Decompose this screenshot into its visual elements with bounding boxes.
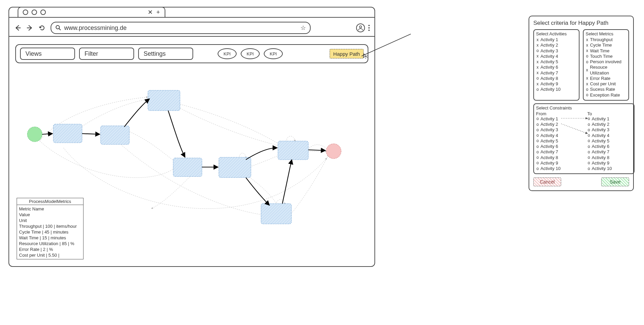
activity-node[interactable] xyxy=(278,141,309,160)
to-item[interactable]: oActivity 1 xyxy=(587,116,632,122)
constraints-to-column: To oActivity 1oActivtiy 2oActivity 3oAct… xyxy=(587,111,632,172)
views-button[interactable]: Views xyxy=(20,48,75,60)
from-item[interactable]: oActivity 7 xyxy=(536,149,581,155)
window-dot-icon[interactable] xyxy=(40,10,46,15)
metrics-row: Error Rate | 2 | % xyxy=(19,247,81,252)
activity-node[interactable] xyxy=(173,158,202,177)
to-item[interactable]: oActivity 5 xyxy=(587,138,632,144)
chrome-right-controls xyxy=(356,23,370,32)
metric-item[interactable]: oSucess Rate xyxy=(586,87,626,92)
metric-item[interactable]: oException Rate xyxy=(586,92,626,98)
activity-item[interactable]: xActivity 6 xyxy=(536,65,577,70)
checked-icon: x xyxy=(586,76,589,81)
from-item[interactable]: oActivity 10 xyxy=(536,166,581,171)
to-item[interactable]: oActivity 3 xyxy=(587,127,632,133)
cancel-button[interactable]: Cancel xyxy=(533,177,561,186)
address-bar: www.processmining.de ☆ xyxy=(9,20,374,37)
window-dot-icon[interactable] xyxy=(23,10,28,15)
bookmark-star-icon[interactable]: ☆ xyxy=(300,24,306,32)
metric-label: Sucess Rate xyxy=(590,87,615,92)
to-item[interactable]: oActivity 6 xyxy=(587,144,632,149)
metric-label: Cycle Time xyxy=(590,42,612,48)
kpi-pill[interactable]: KPI xyxy=(241,48,260,59)
unchecked-icon: o xyxy=(536,144,539,149)
unchecked-icon: o xyxy=(586,87,589,92)
metric-item[interactable]: xWait Time xyxy=(586,48,626,54)
unchecked-icon: o xyxy=(536,166,539,171)
metric-item[interactable]: xThroughput xyxy=(586,37,626,42)
kpi-pill[interactable]: KPI xyxy=(264,48,283,59)
activity-item[interactable]: oActivity 8 xyxy=(536,76,577,81)
metrics-row: Resource Utilization | 85 | % xyxy=(19,241,81,246)
metric-item[interactable]: oTouch Time xyxy=(586,54,626,59)
to-item[interactable]: oActivity 7 xyxy=(587,149,632,155)
metric-label: Exception Rate xyxy=(590,92,620,98)
from-item[interactable]: oActivity 1 xyxy=(536,116,581,122)
end-node[interactable] xyxy=(326,144,341,159)
metrics-row: Value xyxy=(19,212,81,217)
settings-button[interactable]: Settings xyxy=(138,48,193,60)
unchecked-icon: o xyxy=(586,59,589,65)
from-item[interactable]: oActivity 6 xyxy=(536,144,581,149)
activity-node[interactable] xyxy=(100,126,129,144)
activity-node[interactable] xyxy=(53,124,82,143)
from-item[interactable]: oActivity 5 xyxy=(536,138,581,144)
reload-icon[interactable] xyxy=(38,24,46,32)
window-dot-icon[interactable] xyxy=(32,10,37,15)
to-label: Activtiy 2 xyxy=(592,122,609,127)
filter-button[interactable]: Filter xyxy=(79,48,134,60)
metric-item[interactable]: xCost per Unit xyxy=(586,81,626,87)
kpi-pill[interactable]: KPI xyxy=(218,48,237,59)
metrics-panel-title: ProcessModelMetrics xyxy=(17,198,83,205)
metric-item[interactable]: xResouce Utilization xyxy=(586,65,626,76)
activity-node[interactable] xyxy=(219,157,251,178)
activity-item[interactable]: xActivity 4 xyxy=(536,54,577,59)
activity-label: Activity 6 xyxy=(540,65,558,70)
unchecked-icon: o xyxy=(536,122,539,127)
to-item[interactable]: oActivity 8 xyxy=(587,155,632,160)
checked-icon: x xyxy=(536,70,539,75)
kebab-menu-icon[interactable] xyxy=(368,25,370,31)
happy-path-button[interactable]: Happy Path xyxy=(330,49,364,58)
forward-icon[interactable] xyxy=(26,24,34,32)
to-item[interactable]: oActivity 4 xyxy=(587,133,632,138)
from-label: Activity 7 xyxy=(540,149,558,155)
cancel-label: Cancel xyxy=(540,179,555,185)
url-input[interactable]: www.processmining.de ☆ xyxy=(51,22,311,34)
unchecked-icon: o xyxy=(587,133,590,138)
activity-item[interactable]: xActivity 5 xyxy=(536,59,577,65)
activity-item[interactable]: xActivity 9 xyxy=(536,81,577,87)
activity-item[interactable]: xActivtiy 2 xyxy=(536,42,577,48)
activity-node[interactable] xyxy=(261,204,292,224)
metric-item[interactable]: xError Rate xyxy=(586,76,626,81)
activity-item[interactable]: xActivity 1 xyxy=(536,37,577,42)
to-header: To xyxy=(587,111,632,116)
save-button[interactable]: Save xyxy=(601,177,629,186)
back-icon[interactable] xyxy=(14,24,21,32)
unchecked-icon: o xyxy=(587,166,590,171)
unchecked-icon: o xyxy=(536,133,539,138)
start-node[interactable] xyxy=(27,127,42,142)
from-item[interactable]: oActivity 4 xyxy=(536,133,581,138)
from-item[interactable]: oActivity 3 xyxy=(536,127,581,133)
checked-icon: x xyxy=(536,54,539,59)
browser-window: ✕ + www.processmining.de ☆ xyxy=(8,7,375,267)
new-tab-icon[interactable]: + xyxy=(156,9,160,15)
from-item[interactable]: oActivtiy 2 xyxy=(536,122,581,127)
metrics-row: Throughput | 100 | items/hour xyxy=(19,224,81,229)
to-item[interactable]: oActivity 9 xyxy=(587,160,632,166)
from-item[interactable]: oActivity 9 xyxy=(536,160,581,166)
from-item[interactable]: oActivity 8 xyxy=(536,155,581,160)
metric-label: Cost per Unit xyxy=(590,81,616,87)
from-label: Activity 5 xyxy=(540,138,558,144)
metric-item[interactable]: oPerson involved xyxy=(586,59,626,65)
close-tab-icon[interactable]: ✕ xyxy=(148,9,153,15)
activity-item[interactable]: oActivity 10 xyxy=(536,87,577,92)
metric-item[interactable]: xCycle Time xyxy=(586,42,626,48)
activity-item[interactable]: oActivity 3 xyxy=(536,48,577,54)
activity-node[interactable] xyxy=(148,90,180,111)
activity-item[interactable]: xActivity 7 xyxy=(536,70,577,76)
to-item[interactable]: oActivtiy 2 xyxy=(587,122,632,127)
to-item[interactable]: oActivity 10 xyxy=(587,166,632,171)
account-icon[interactable] xyxy=(356,23,365,32)
